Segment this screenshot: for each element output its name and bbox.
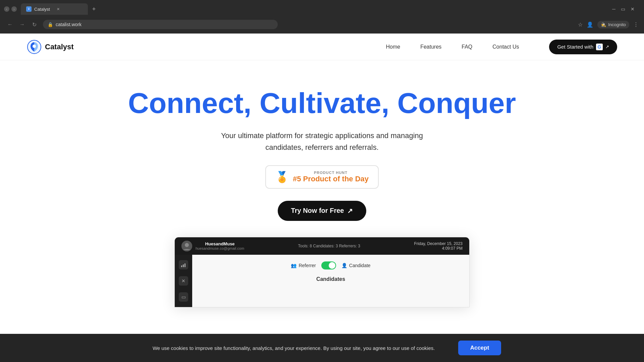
- try-now-label: Try Now for Free: [291, 207, 344, 215]
- tab-bar: ‹ › Catalyst ✕ + ─ ▭ ✕: [0, 0, 644, 15]
- browser-toolbar: ☆ 👤 🕵 Incognito ⋮: [578, 21, 639, 28]
- app-topbar-left: HuesandMuse huesandmuse.co@gmail.com: [181, 241, 244, 251]
- menu-icon[interactable]: ⋮: [633, 21, 639, 28]
- back-nav-button[interactable]: ←: [5, 20, 15, 29]
- svg-rect-6: [183, 264, 184, 267]
- app-preview: HuesandMuse huesandmuse.co@gmail.com Too…: [174, 237, 470, 307]
- sidebar-card-icon[interactable]: ▭: [179, 292, 188, 302]
- hero-title: Connect, Cultivate, Conquer: [67, 87, 577, 119]
- incognito-badge: 🕵 Incognito: [597, 21, 629, 28]
- hero-section: Connect, Cultivate, Conquer Your ultimat…: [0, 60, 644, 321]
- incognito-label: Incognito: [608, 22, 626, 27]
- app-main-content: 👥 Referrer 👤 Candidate Candidates: [192, 255, 469, 307]
- nav-contact[interactable]: Contact Us: [492, 44, 519, 50]
- sidebar-tools-icon[interactable]: ✕: [179, 276, 188, 286]
- logo-text: Catalyst: [45, 43, 74, 51]
- candidate-label: 👤 Candidate: [341, 263, 371, 268]
- get-started-button[interactable]: Get Started with G ↗: [549, 40, 617, 54]
- back-button[interactable]: ‹: [4, 6, 9, 12]
- get-started-label: Get Started with: [557, 44, 593, 50]
- tab-close-button[interactable]: ✕: [55, 6, 61, 12]
- svg-point-2: [33, 45, 36, 48]
- svg-point-0: [28, 8, 30, 10]
- app-date: Friday, December 15, 2023: [414, 241, 463, 246]
- toggle-knob: [329, 262, 335, 269]
- profile-icon[interactable]: 👤: [587, 21, 593, 28]
- product-hunt-badge[interactable]: 🏅 PRODUCT HUNT #5 Product of the Day: [265, 165, 379, 189]
- app-company-name: HuesandMuse: [196, 241, 244, 246]
- new-tab-button[interactable]: +: [89, 4, 99, 14]
- try-now-button[interactable]: Try Now for Free ↗: [278, 201, 367, 221]
- candidate-icon: 👤: [341, 263, 347, 268]
- url-text: catalist.work: [56, 22, 82, 27]
- app-sidebar: ✕ ▭: [175, 255, 192, 307]
- svg-rect-7: [184, 263, 185, 267]
- forward-nav-button[interactable]: →: [17, 20, 27, 29]
- toggle-switch[interactable]: [321, 261, 336, 269]
- security-icon: 🔒: [48, 22, 53, 27]
- app-body: ✕ ▭ 👥 Referrer 👤 Candid: [175, 255, 469, 307]
- external-link-icon: ↗: [605, 44, 609, 49]
- bookmark-icon[interactable]: ☆: [578, 21, 583, 28]
- address-bar-row: ← → ↻ 🔒 catalist.work ☆ 👤 🕵 Incognito ⋮: [0, 15, 644, 34]
- referrer-label: 👥 Referrer: [291, 263, 316, 268]
- app-time: 4:09:07 PM: [414, 246, 463, 251]
- referrer-icon: 👥: [291, 263, 297, 268]
- browser-tab[interactable]: Catalyst ✕: [21, 3, 88, 15]
- app-topbar: HuesandMuse huesandmuse.co@gmail.com Too…: [175, 237, 469, 255]
- nav-faq[interactable]: FAQ: [462, 44, 472, 50]
- medal-icon: 🏅: [275, 171, 289, 183]
- cookie-banner: We use cookies to improve site functiona…: [0, 334, 644, 362]
- app-company-info: HuesandMuse huesandmuse.co@gmail.com: [196, 241, 244, 250]
- tab-nav-icons: ‹ ›: [4, 6, 17, 12]
- app-date-time: Friday, December 15, 2023 4:09:07 PM: [414, 241, 463, 251]
- try-external-icon: ↗: [347, 207, 353, 215]
- reload-button[interactable]: ↻: [30, 20, 39, 29]
- incognito-icon: 🕵: [601, 22, 606, 27]
- product-hunt-label: PRODUCT HUNT: [293, 171, 369, 175]
- svg-point-4: [185, 243, 189, 247]
- nav-buttons: ← → ↻: [5, 20, 39, 29]
- nav-home[interactable]: Home: [386, 44, 400, 50]
- google-icon: G: [596, 44, 603, 50]
- close-button[interactable]: ✕: [631, 6, 635, 12]
- svg-rect-5: [181, 265, 182, 267]
- minimize-button[interactable]: ─: [612, 6, 615, 12]
- referrer-candidate-toggle: 👥 Referrer 👤 Candidate: [199, 261, 463, 269]
- hero-subtitle: Your ultimate platform for strategic app…: [205, 130, 439, 153]
- app-company-email: huesandmuse.co@gmail.com: [196, 246, 244, 250]
- window-controls: ─ ▭ ✕: [612, 6, 640, 12]
- website: Catalyst Home Features FAQ Contact Us Ge…: [0, 34, 644, 362]
- nav-links: Home Features FAQ Contact Us Get Started…: [386, 40, 617, 54]
- app-avatar: [181, 241, 192, 251]
- site-nav: Catalyst Home Features FAQ Contact Us Ge…: [0, 34, 644, 60]
- app-stats: Tools: 8 Candidates: 3 Referrers: 3: [298, 244, 360, 248]
- logo-icon: [27, 40, 42, 54]
- cookie-accept-button[interactable]: Accept: [458, 341, 501, 355]
- app-section-title: Candidates: [199, 276, 463, 282]
- nav-features[interactable]: Features: [420, 44, 441, 50]
- forward-button[interactable]: ›: [11, 6, 17, 12]
- cookie-text: We use cookies to improve site functiona…: [143, 345, 445, 351]
- sidebar-analytics-icon[interactable]: [179, 260, 188, 269]
- address-bar[interactable]: 🔒 catalist.work: [43, 20, 278, 29]
- restore-button[interactable]: ▭: [621, 6, 625, 12]
- browser-chrome: ‹ › Catalyst ✕ + ─ ▭ ✕ ← → ↻: [0, 0, 644, 34]
- product-hunt-rank: #5 Product of the Day: [293, 175, 369, 183]
- logo-area[interactable]: Catalyst: [27, 40, 74, 54]
- product-hunt-text: PRODUCT HUNT #5 Product of the Day: [293, 171, 369, 183]
- tab-favicon: [26, 6, 32, 12]
- tab-title: Catalyst: [34, 7, 50, 12]
